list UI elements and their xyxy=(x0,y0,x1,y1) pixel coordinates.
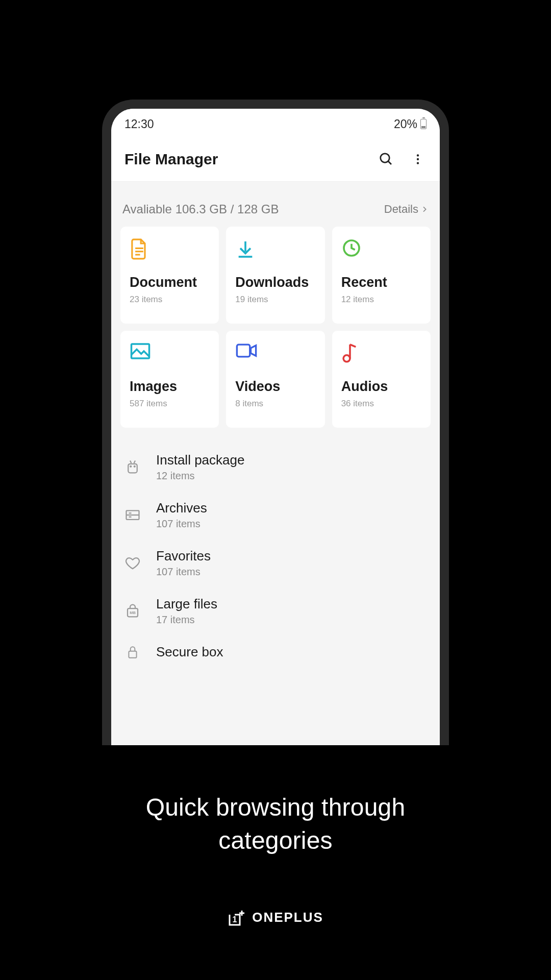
svg-text:MB: MB xyxy=(130,610,136,615)
status-battery-pct: 20% xyxy=(394,117,417,131)
svg-point-3 xyxy=(417,158,419,160)
list-item-label: Favorites xyxy=(156,548,211,564)
category-label: Images xyxy=(130,379,210,395)
image-icon xyxy=(130,342,151,360)
list-item-archives[interactable]: Archives 107 items xyxy=(121,491,430,539)
category-sub: 587 items xyxy=(130,399,210,409)
chevron-right-icon xyxy=(420,205,429,213)
status-bar: 12:30 20% xyxy=(111,109,440,139)
app-title: File Manager xyxy=(124,151,378,168)
heart-icon xyxy=(125,556,140,570)
status-time: 12:30 xyxy=(124,117,154,131)
music-note-icon xyxy=(341,342,359,363)
clock-icon xyxy=(341,238,362,258)
list-item-favorites[interactable]: Favorites 107 items xyxy=(121,539,430,587)
svg-point-14 xyxy=(343,355,350,362)
list-item-install-package[interactable]: Install package 12 items xyxy=(121,443,430,491)
details-label: Details xyxy=(384,203,418,216)
list-item-large-files[interactable]: MB Large files 17 items xyxy=(121,587,430,635)
svg-rect-17 xyxy=(128,464,137,473)
category-label: Videos xyxy=(235,379,315,395)
category-sub: 19 items xyxy=(235,295,315,305)
list-item-sub: 12 items xyxy=(156,470,244,482)
svg-point-20 xyxy=(130,466,131,467)
list-item-sub: 107 items xyxy=(156,518,207,530)
download-icon xyxy=(235,238,256,260)
svg-point-0 xyxy=(381,154,390,163)
more-vert-icon xyxy=(411,153,424,166)
list-item-label: Archives xyxy=(156,500,207,516)
svg-marker-13 xyxy=(251,346,256,356)
svg-point-2 xyxy=(417,154,419,156)
brand-lockup: 1 ONEPLUS xyxy=(228,909,323,927)
category-sub: 23 items xyxy=(130,295,210,305)
storage-text: Avaliable 106.3 GB / 128 GB xyxy=(122,202,279,216)
svg-line-1 xyxy=(388,161,391,164)
android-icon xyxy=(125,458,140,476)
category-label: Recent xyxy=(341,275,421,290)
secondary-list: Install package 12 items Archives 107 it… xyxy=(111,428,440,669)
promo-caption: Quick browsing through categories xyxy=(122,791,429,857)
list-item-label: Large files xyxy=(156,596,217,612)
phone-frame: 12:30 20% File Manager xyxy=(102,100,449,783)
oneplus-logo-icon: 1 xyxy=(228,909,246,927)
battery-icon xyxy=(420,119,427,129)
category-grid: Document 23 items Downloads 19 items xyxy=(111,227,440,428)
lock-icon xyxy=(126,645,139,660)
category-sub: 8 items xyxy=(235,399,315,409)
brand-name: ONEPLUS xyxy=(252,910,323,925)
category-downloads[interactable]: Downloads 19 items xyxy=(226,227,324,324)
bag-icon: MB xyxy=(125,603,140,619)
promo-caption-area: Quick browsing through categories 1 ONEP… xyxy=(0,745,551,980)
storage-row: Avaliable 106.3 GB / 128 GB Details xyxy=(111,182,440,227)
svg-rect-12 xyxy=(237,345,250,357)
video-icon xyxy=(235,342,258,359)
list-item-label: Secure box xyxy=(156,644,223,660)
category-audios[interactable]: Audios 36 items xyxy=(332,331,431,428)
overflow-menu-button[interactable] xyxy=(409,151,427,168)
svg-line-18 xyxy=(130,461,132,463)
list-item-secure-box[interactable]: Secure box xyxy=(121,635,430,669)
svg-line-19 xyxy=(134,461,136,463)
svg-point-21 xyxy=(134,466,135,467)
category-label: Document xyxy=(130,275,210,290)
category-label: Downloads xyxy=(235,275,315,290)
archive-icon xyxy=(125,508,140,522)
list-item-sub: 107 items xyxy=(156,566,211,578)
list-item-sub: 17 items xyxy=(156,614,217,626)
svg-text:1: 1 xyxy=(233,915,237,924)
category-images[interactable]: Images 587 items xyxy=(120,331,219,428)
app-bar: File Manager xyxy=(111,139,440,182)
category-recent[interactable]: Recent 12 items xyxy=(332,227,431,324)
search-button[interactable] xyxy=(378,151,395,168)
svg-rect-28 xyxy=(129,651,136,657)
document-icon xyxy=(130,238,149,260)
category-document[interactable]: Document 23 items xyxy=(120,227,219,324)
list-item-label: Install package xyxy=(156,452,244,468)
search-icon xyxy=(379,152,394,167)
category-videos[interactable]: Videos 8 items xyxy=(226,331,324,428)
svg-point-4 xyxy=(417,162,419,164)
phone-screen: 12:30 20% File Manager xyxy=(111,109,440,774)
storage-details-link[interactable]: Details xyxy=(384,203,429,216)
category-sub: 12 items xyxy=(341,295,421,305)
category-sub: 36 items xyxy=(341,399,421,409)
category-label: Audios xyxy=(341,379,421,395)
